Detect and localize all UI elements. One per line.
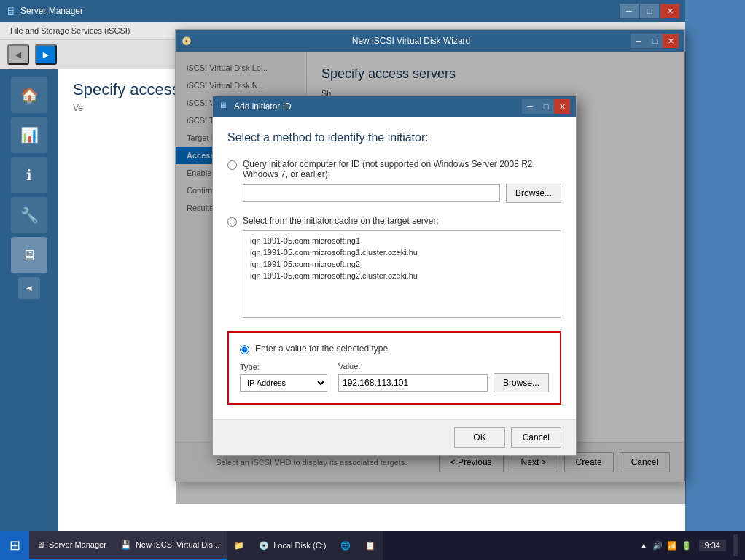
server-manager-taskbar-icon: 🖥 xyxy=(36,540,44,549)
taskbar: ⊞ 🖥 Server Manager 💾 New iSCSI Virtual D… xyxy=(0,531,745,560)
dialog-close-btn[interactable]: ✕ xyxy=(554,99,570,114)
dialog-cancel-button[interactable]: Cancel xyxy=(511,427,561,448)
taskbar-folder[interactable]: 📁 xyxy=(227,531,251,560)
wizard-body: iSCSI Virtual Disk Lo... iSCSI Virtual D… xyxy=(176,52,684,482)
radio-option-3-section: Enter a value for the selected type Type… xyxy=(227,331,561,405)
maximize-button[interactable]: □ xyxy=(640,4,659,18)
query-initiator-input[interactable] xyxy=(243,184,500,202)
type-select[interactable]: IP Address IQN MAC Address DNS Name xyxy=(240,374,327,392)
iscsi-wizard-taskbar-icon: 💾 xyxy=(121,540,131,550)
time-display: 9:34 xyxy=(705,541,720,550)
taskbar-iscsi-wizard[interactable]: 💾 New iSCSI Virtual Dis... xyxy=(114,531,227,560)
disk-taskbar-icon: 💿 xyxy=(259,541,269,551)
radio-cache-label: Select from the initiator cache on the t… xyxy=(243,216,561,226)
add-initiator-dialog: 🖥 Add initiator ID ─ □ ✕ Select a method… xyxy=(212,96,577,456)
wizard-maximize-btn[interactable]: □ xyxy=(647,34,663,48)
main-win-controls: ─ □ ✕ xyxy=(620,4,679,18)
taskbar-server-manager[interactable]: 🖥 Server Manager xyxy=(29,531,114,560)
radio-query-initiator[interactable] xyxy=(227,160,237,170)
main-title: Server Manager xyxy=(20,6,83,16)
radio-select-cache[interactable] xyxy=(227,217,237,227)
type-value-row: Type: IP Address IQN MAC Address DNS Nam… xyxy=(240,362,549,392)
iscsi-wizard-taskbar-label: New iSCSI Virtual Dis... xyxy=(136,540,219,549)
server-manager-taskbar-label: Server Manager xyxy=(49,540,106,549)
taskbar-right: ▲ 🔊 📶 🔋 9:34 xyxy=(640,534,745,556)
sidebar-dashboard-icon[interactable]: 📊 xyxy=(11,117,47,153)
initiator-item-3[interactable]: iqn.1991-05.com.microsoft:ng2 xyxy=(247,258,557,270)
taskbar-local-disk[interactable]: 💿 Local Disk (C:) xyxy=(251,531,333,560)
sidebar-info-icon[interactable]: ℹ xyxy=(11,157,47,193)
initiator-item-1[interactable]: iqn.1991-05.com.microsoft:ng1 xyxy=(247,235,557,246)
browse-button-1[interactable]: Browse... xyxy=(506,184,561,203)
tray-sound-icon[interactable]: 🔊 xyxy=(652,541,663,551)
start-button[interactable]: ⊞ xyxy=(0,531,29,560)
minimize-button[interactable]: ─ xyxy=(620,4,639,18)
dialog-titlebar: 🖥 Add initiator ID ─ □ ✕ xyxy=(213,96,576,117)
sidebar-tools-icon[interactable]: 🔧 xyxy=(11,197,47,233)
dialog-icon: 🖥 xyxy=(219,101,230,112)
radio-enter-label: Enter a value for the selected type xyxy=(255,343,388,354)
dialog-win-controls: ─ □ ✕ xyxy=(522,99,570,114)
taskbar-tray: ▲ 🔊 📶 🔋 xyxy=(640,541,692,551)
dialog-heading: Select a method to identify the initiato… xyxy=(227,131,561,144)
sidebar-toggle-button[interactable]: ◄ xyxy=(18,277,40,299)
radio-option-3: Enter a value for the selected type xyxy=(240,343,549,354)
value-label: Value: xyxy=(338,362,549,370)
ok-button[interactable]: OK xyxy=(454,427,504,448)
browser-taskbar-icon: 🌐 xyxy=(340,541,351,551)
clock[interactable]: 9:34 xyxy=(699,540,726,551)
extra-taskbar-icon: 📋 xyxy=(365,541,375,551)
radio-option-2: Select from the initiator cache on the t… xyxy=(227,216,561,318)
back-button[interactable]: ◄ xyxy=(7,44,29,65)
type-label: Type: xyxy=(240,362,327,371)
wizard-title: New iSCSI Virtual Disk Wizard xyxy=(192,36,631,46)
wizard-close-btn[interactable]: ✕ xyxy=(663,34,679,48)
show-desktop-button[interactable] xyxy=(733,534,738,556)
sidebar-home-icon[interactable]: 🏠 xyxy=(11,77,47,113)
menu-file-storage[interactable]: File and Storage Services (iSCSI) xyxy=(6,25,134,36)
initiator-list[interactable]: iqn.1991-05.com.microsoft:ng1 iqn.1991-0… xyxy=(243,230,561,318)
forward-button[interactable]: ► xyxy=(35,44,57,65)
wizard-minimize-btn[interactable]: ─ xyxy=(631,34,647,48)
tray-network-icon[interactable]: 📶 xyxy=(667,541,677,551)
dialog-maximize-btn[interactable]: □ xyxy=(538,99,554,114)
dialog-title: Add initiator ID xyxy=(234,101,522,112)
wizard-titlebar: 📀 New iSCSI Virtual Disk Wizard ─ □ ✕ xyxy=(176,30,684,52)
initiator-item-4[interactable]: iqn.1991-05.com.microsoft:ng2.cluster.oz… xyxy=(247,270,557,281)
sidebar-server-icon[interactable]: 🖥 xyxy=(11,237,47,273)
main-titlebar: 🖥 Server Manager ─ □ ✕ xyxy=(0,0,685,22)
radio-enter-value[interactable] xyxy=(240,345,249,354)
close-button[interactable]: ✕ xyxy=(660,4,679,18)
wizard-win-controls: ─ □ ✕ xyxy=(631,34,679,48)
disk-taskbar-label: Local Disk (C:) xyxy=(273,541,326,550)
windows-logo-icon: ⊞ xyxy=(9,537,20,553)
initiator-item-2[interactable]: iqn.1991-05.com.microsoft:ng1.cluster.oz… xyxy=(247,246,557,258)
dialog-minimize-btn[interactable]: ─ xyxy=(522,99,538,114)
radio-query-label: Query initiator computer for ID (not sup… xyxy=(243,159,561,179)
dialog-body: Select a method to identify the initiato… xyxy=(213,117,576,419)
taskbar-extra[interactable]: 📋 xyxy=(358,531,383,560)
tray-up-icon[interactable]: ▲ xyxy=(640,541,648,550)
value-input[interactable] xyxy=(338,374,488,392)
taskbar-browser[interactable]: 🌐 xyxy=(333,531,358,560)
browse-button-3[interactable]: Browse... xyxy=(494,373,549,392)
folder-taskbar-icon: 📁 xyxy=(234,541,244,551)
taskbar-left: ⊞ 🖥 Server Manager 💾 New iSCSI Virtual D… xyxy=(0,531,383,560)
iscsi-wizard-window: 📀 New iSCSI Virtual Disk Wizard ─ □ ✕ iS… xyxy=(175,29,685,481)
dialog-footer: OK Cancel xyxy=(213,419,576,455)
sidebar: 🏠 📊 ℹ 🔧 🖥 ◄ xyxy=(0,69,58,532)
tray-battery-icon[interactable]: 🔋 xyxy=(682,541,692,551)
radio-option-1: Query initiator computer for ID (not sup… xyxy=(227,159,561,203)
